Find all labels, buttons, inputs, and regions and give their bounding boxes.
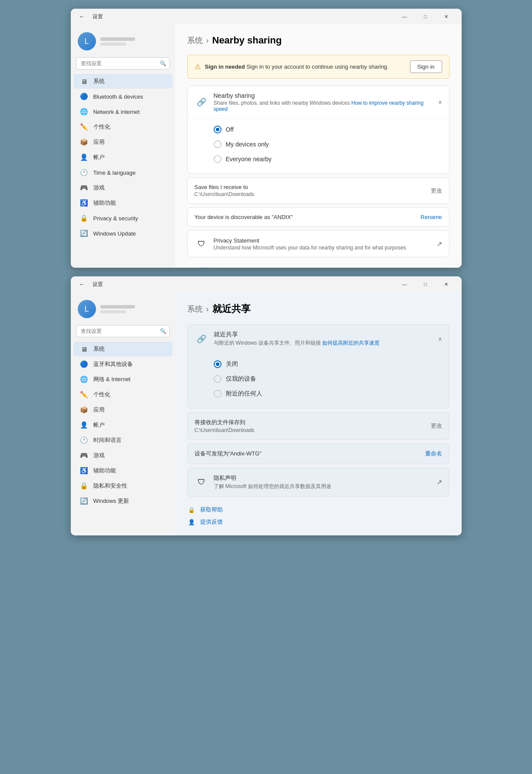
radio-my-devices-1[interactable]: My devices only	[214, 137, 439, 152]
accounts-icon-2: 👤	[80, 421, 88, 429]
search-box-2: 🔍	[76, 325, 170, 337]
sidebar-label-accessibility-1: 辅助功能	[93, 199, 116, 207]
breadcrumb-system-2[interactable]: 系统	[187, 304, 203, 314]
warning-icon-1: ⚠	[195, 63, 201, 71]
sidebar-item-gaming-1[interactable]: 🎮 游戏	[73, 180, 172, 195]
nearby-card-header-1[interactable]: 🔗 Nearby sharing Share files, photos, an…	[188, 86, 449, 118]
privacy-row-title-1: Privacy Statement	[214, 237, 436, 244]
minimize-button-2[interactable]: —	[395, 277, 415, 291]
sidebar-item-bluetooth-2[interactable]: 🔵 蓝牙和其他设备	[73, 357, 172, 372]
sidebar-label-update-1: Windows Update	[93, 230, 136, 237]
radio-circle-everyone-2	[214, 390, 221, 398]
radio-off-1[interactable]: Off	[214, 122, 439, 137]
radio-my-devices-2[interactable]: 仅我的设备	[214, 372, 439, 386]
sidebar-item-accounts-2[interactable]: 👤 帐户	[73, 418, 172, 432]
system-icon-2: 🖥	[80, 345, 88, 353]
search-input-1[interactable]	[76, 57, 170, 70]
privacy-row-icon-2: 🛡	[195, 475, 208, 489]
nearby-card-link-2[interactable]: 如何提高附近的共享速度	[322, 340, 380, 346]
minimize-button-1[interactable]: —	[395, 10, 415, 23]
sidebar-item-personalization-1[interactable]: ✏️ 个性化	[73, 120, 172, 134]
search-box-1: 🔍	[76, 57, 170, 70]
device-action-1[interactable]: Rename	[420, 214, 442, 220]
user-info-1	[100, 37, 135, 46]
privacy-row-sub-2: 了解 Microsoft 如何处理您的就近共享数据及其用途	[214, 483, 436, 490]
radio-circle-everyone-1	[214, 155, 221, 163]
breadcrumb-system-1[interactable]: 系统	[187, 35, 203, 46]
window-content-2: L 🔍 🖥 系统 🔵 蓝牙和其他设备 🌐 网络 & Internet	[71, 292, 462, 535]
device-action-2[interactable]: 重命名	[425, 450, 442, 458]
nearby-card-header-2[interactable]: 🔗 就近共享 与附近的 Windows 设备共享文件、照片和链接 如何提高附近的…	[188, 325, 449, 353]
sidebar-item-apps-2[interactable]: 📦 应用	[73, 402, 172, 417]
sidebar-item-gaming-2[interactable]: 🎮 游戏	[73, 448, 172, 463]
sidebar-item-system-1[interactable]: 🖥 系统	[73, 74, 172, 89]
sidebar-label-privacy-2: 隐私和安全性	[93, 482, 127, 490]
window-title-2: 设置	[93, 281, 103, 288]
accessibility-icon-1: ♿	[80, 199, 88, 207]
nearby-card-icon-2: 🔗	[195, 332, 208, 346]
sidebar-item-update-1[interactable]: 🔄 Windows Update	[73, 226, 172, 241]
maximize-button-1[interactable]: □	[416, 10, 436, 23]
back-button-2[interactable]: ←	[76, 278, 88, 290]
footer-link-help-1[interactable]: 🔒 获取帮助	[187, 266, 449, 268]
radio-everyone-2[interactable]: 附近的任何人	[214, 386, 439, 401]
sidebar-item-accounts-1[interactable]: 👤 帐户	[73, 150, 172, 165]
breadcrumb-sep-1: ›	[206, 36, 209, 45]
footer-help-label-2: 获取帮助	[200, 506, 223, 514]
footer-link-feedback-2[interactable]: 👤 提供反馈	[187, 518, 449, 526]
page-title-1: Nearby sharing	[212, 35, 282, 46]
user-name-2	[100, 305, 135, 309]
sidebar-item-system-2[interactable]: 🖥 系统	[73, 342, 172, 356]
main-content-1: 系统 › Nearby sharing ⚠ Sign in needed Sig…	[175, 24, 462, 268]
footer-link-help-2[interactable]: 🔒 获取帮助	[187, 505, 449, 514]
privacy-icon-1: 🔒	[80, 214, 88, 222]
search-input-2[interactable]	[76, 325, 170, 337]
sign-in-button-1[interactable]: Sign in	[410, 60, 442, 73]
sidebar-label-accounts-1: 帐户	[93, 153, 105, 161]
sidebar-item-update-2[interactable]: 🔄 Windows 更新	[73, 494, 172, 508]
radio-dot-off-2	[216, 362, 219, 366]
user-sub-1	[100, 43, 126, 46]
maximize-button-2[interactable]: □	[416, 277, 436, 291]
radio-circle-my-2	[214, 375, 221, 383]
sidebar-item-privacy-1[interactable]: 🔒 Privacy & security	[73, 211, 172, 226]
sidebar-item-bluetooth-1[interactable]: 🔵 Bluetooth & devices	[73, 89, 172, 104]
page-header-1: 系统 › Nearby sharing	[187, 35, 449, 46]
feedback-icon-2: 👤	[187, 518, 196, 526]
search-icon-2: 🔍	[160, 328, 166, 334]
accessibility-icon-2: ♿	[80, 467, 88, 475]
radio-everyone-1[interactable]: Everyone nearby	[214, 152, 439, 166]
sidebar-item-accessibility-2[interactable]: ♿ 辅助功能	[73, 463, 172, 478]
sidebar-item-time-2[interactable]: 🕐 时间和语言	[73, 433, 172, 448]
nearby-card-title-wrap-1: Nearby sharing Share files, photos, and …	[214, 92, 438, 112]
sidebar-item-network-1[interactable]: 🌐 Network & internet	[73, 104, 172, 119]
nearby-card-title-wrap-2: 就近共享 与附近的 Windows 设备共享文件、照片和链接 如何提高附近的共享…	[214, 331, 438, 347]
sidebar-item-time-1[interactable]: 🕐 Time & language	[73, 165, 172, 180]
window-1: ← 设置 — □ ✕ L 🔍 🖥 系统	[71, 9, 462, 268]
save-files-action-2[interactable]: 更改	[431, 422, 442, 430]
privacy-row-ext-2[interactable]: ↗	[436, 478, 442, 486]
sidebar-item-personalization-2[interactable]: ✏️ 个性化	[73, 387, 172, 402]
close-button-1[interactable]: ✕	[436, 10, 456, 23]
privacy-row-title-2: 隐私声明	[214, 474, 436, 482]
sidebar-item-network-2[interactable]: 🌐 网络 & Internet	[73, 372, 172, 387]
warning-body-1: Sign in to your account to continue usin…	[245, 63, 389, 70]
sidebar-item-accessibility-1[interactable]: ♿ 辅助功能	[73, 196, 172, 210]
footer-links-1: 🔒 获取帮助 👤 提供反馈	[187, 266, 449, 268]
device-text-1: Your device is discoverable as "ANDIX"	[195, 214, 421, 220]
bluetooth-icon-1: 🔵	[80, 93, 88, 100]
sidebar-label-network-1: Network & internet	[93, 109, 140, 115]
nearby-card-1: 🔗 Nearby sharing Share files, photos, an…	[187, 86, 449, 174]
sidebar-item-privacy-2[interactable]: 🔒 隐私和安全性	[73, 478, 172, 493]
sidebar-item-apps-1[interactable]: 📦 应用	[73, 135, 172, 149]
privacy-row-1: 🛡 Privacy Statement Understand how Micro…	[187, 230, 449, 257]
save-files-action-1[interactable]: 更改	[431, 187, 442, 195]
footer-links-2: 🔒 获取帮助 👤 提供反馈	[187, 505, 449, 526]
back-button-1[interactable]: ←	[76, 10, 88, 23]
radio-circle-off-2	[214, 360, 221, 368]
radio-off-2[interactable]: 关闭	[214, 357, 439, 372]
close-button-2[interactable]: ✕	[436, 277, 456, 291]
device-text-2: 设备可发现为"Andix-WTG"	[195, 450, 425, 458]
privacy-row-ext-1[interactable]: ↗	[436, 240, 442, 248]
nearby-card-subtitle-text-2: 与附近的 Windows 设备共享文件、照片和链接	[214, 340, 321, 346]
